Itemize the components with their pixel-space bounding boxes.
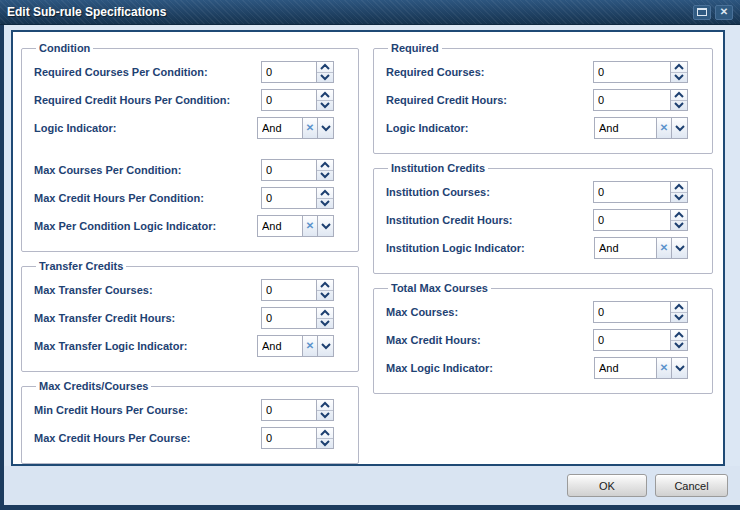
restore-button[interactable]: [693, 5, 711, 20]
number-input[interactable]: [261, 279, 317, 301]
spinner-up-button[interactable]: [317, 428, 333, 439]
spinner-down-button[interactable]: [317, 199, 333, 209]
spinner-buttons: [670, 181, 688, 203]
field-label: Required Courses Per Condition:: [34, 66, 208, 78]
number-field: [261, 159, 334, 181]
number-input[interactable]: [261, 61, 317, 83]
cancel-button[interactable]: Cancel: [655, 474, 728, 497]
combo-clear-button[interactable]: ✕: [656, 237, 672, 259]
spinner-down-button[interactable]: [317, 319, 333, 329]
spinner-down-button[interactable]: [671, 101, 687, 111]
fieldset-title: Total Max Courses: [388, 282, 491, 294]
clear-x-icon: ✕: [306, 341, 314, 351]
chevron-down-icon: [320, 412, 330, 419]
close-icon: ✕: [720, 7, 728, 17]
window-frame-left: [0, 25, 4, 510]
spinner-up-button[interactable]: [317, 160, 333, 171]
field-row: Max Courses:: [386, 301, 688, 323]
close-button[interactable]: ✕: [715, 5, 733, 20]
field-label: Max Credit Hours Per Course:: [34, 432, 190, 444]
number-input[interactable]: [593, 209, 671, 231]
number-input[interactable]: [261, 307, 317, 329]
fieldset-title: Required: [388, 42, 442, 54]
fieldset-title: Max Credits/Courses: [36, 380, 151, 392]
combo-input[interactable]: [257, 117, 303, 139]
spinner-down-button[interactable]: [671, 313, 687, 323]
number-field: [593, 61, 688, 83]
number-field: [261, 307, 334, 329]
column-left: ConditionRequired Courses Per Condition:…: [21, 42, 359, 456]
spinner-up-button[interactable]: [671, 182, 687, 193]
combo-dropdown-button[interactable]: [671, 117, 688, 139]
field-label: Max Credit Hours Per Condition:: [34, 192, 204, 204]
spinner-down-button[interactable]: [317, 171, 333, 181]
ok-button[interactable]: OK: [567, 474, 647, 497]
combo-field: ✕: [257, 117, 334, 139]
combo-input[interactable]: [257, 215, 303, 237]
field-row: Institution Credit Hours:: [386, 209, 688, 231]
combo-input[interactable]: [594, 237, 657, 259]
number-input[interactable]: [593, 89, 671, 111]
number-input[interactable]: [261, 427, 317, 449]
number-field: [593, 89, 688, 111]
combo-input[interactable]: [257, 335, 303, 357]
spinner-up-button[interactable]: [671, 302, 687, 313]
combo-clear-button[interactable]: ✕: [302, 335, 318, 357]
combo-dropdown-button[interactable]: [317, 117, 334, 139]
number-input[interactable]: [261, 187, 317, 209]
field-label: Required Courses:: [386, 66, 484, 78]
spinner-up-button[interactable]: [317, 90, 333, 101]
spinner-down-button[interactable]: [671, 193, 687, 203]
combo-input[interactable]: [594, 117, 657, 139]
combo-clear-button[interactable]: ✕: [656, 357, 672, 379]
combo-clear-button[interactable]: ✕: [302, 215, 318, 237]
field-label: Logic Indicator:: [386, 122, 469, 134]
spinner-down-button[interactable]: [671, 341, 687, 351]
spinner-up-button[interactable]: [671, 330, 687, 341]
chevron-down-icon: [320, 200, 330, 207]
spinner-down-button[interactable]: [671, 73, 687, 83]
combo-dropdown-button[interactable]: [671, 237, 688, 259]
number-input[interactable]: [261, 159, 317, 181]
combo-input[interactable]: [594, 357, 657, 379]
number-input[interactable]: [593, 181, 671, 203]
number-input[interactable]: [593, 329, 671, 351]
combo-dropdown-button[interactable]: [671, 357, 688, 379]
combo-dropdown-button[interactable]: [317, 215, 334, 237]
spinner-up-button[interactable]: [317, 280, 333, 291]
combo-clear-button[interactable]: ✕: [302, 117, 318, 139]
number-input[interactable]: [593, 301, 671, 323]
spinner-up-button[interactable]: [671, 90, 687, 101]
chevron-down-icon: [674, 342, 684, 349]
spinner-down-button[interactable]: [671, 221, 687, 231]
spinner-down-button[interactable]: [317, 73, 333, 83]
field-label: Required Credit Hours:: [386, 94, 507, 106]
number-input[interactable]: [593, 61, 671, 83]
spinner-up-button[interactable]: [671, 62, 687, 73]
spinner-up-button[interactable]: [317, 400, 333, 411]
combo-clear-button[interactable]: ✕: [656, 117, 672, 139]
titlebar[interactable]: Edit Sub-rule Specifications ✕: [0, 0, 740, 25]
fieldset-max-credits-courses: Max Credits/CoursesMin Credit Hours Per …: [21, 380, 359, 464]
combo-dropdown-button[interactable]: [317, 335, 334, 357]
number-input[interactable]: [261, 89, 317, 111]
field-label: Max Credit Hours:: [386, 334, 481, 346]
spinner-up-button[interactable]: [671, 210, 687, 221]
chevron-up-icon: [320, 281, 330, 288]
spinner-up-button[interactable]: [317, 188, 333, 199]
chevron-up-icon: [320, 429, 330, 436]
spinner-down-button[interactable]: [317, 291, 333, 301]
combo-field: ✕: [257, 335, 334, 357]
number-input[interactable]: [261, 399, 317, 421]
spinner-up-button[interactable]: [317, 308, 333, 319]
combo-field: ✕: [594, 357, 688, 379]
field-label: Max Transfer Logic Indicator:: [34, 340, 187, 352]
number-field: [261, 187, 334, 209]
chevron-down-icon: [675, 125, 685, 132]
spinner-down-button[interactable]: [317, 101, 333, 111]
spinner-down-button[interactable]: [317, 411, 333, 421]
spinner-up-button[interactable]: [317, 62, 333, 73]
spinner-down-button[interactable]: [317, 439, 333, 449]
clear-x-icon: ✕: [306, 221, 314, 231]
number-field: [593, 329, 688, 351]
